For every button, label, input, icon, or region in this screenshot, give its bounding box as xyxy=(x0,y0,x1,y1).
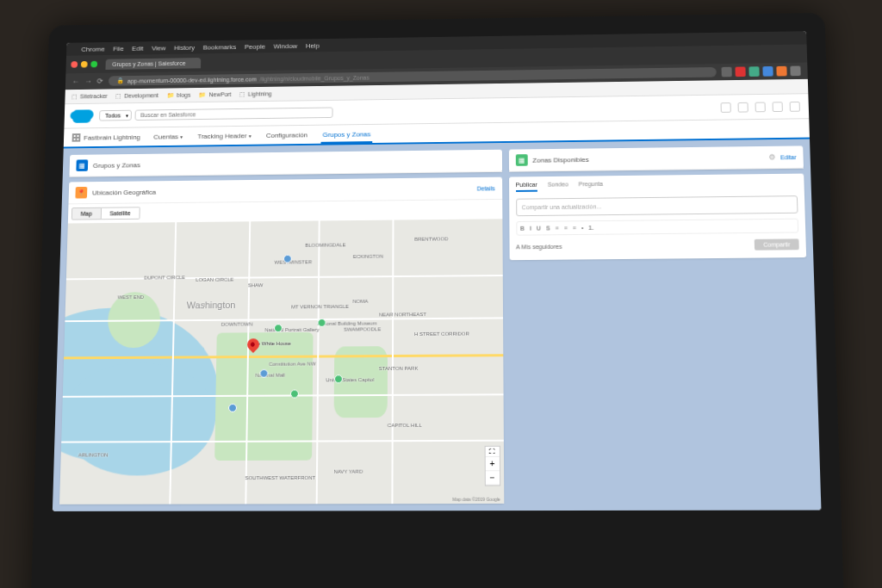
extension-icon[interactable] xyxy=(790,66,800,77)
fullscreen-button[interactable]: ⛶ xyxy=(485,447,499,457)
nav-tracking-header[interactable]: Tracking Header▾ xyxy=(196,128,252,143)
nav-configuracion[interactable]: Configuración xyxy=(264,127,309,142)
search-scope-select[interactable]: Todos xyxy=(99,110,132,121)
map-card-title: Ubicación Geográfica xyxy=(92,184,472,196)
align-button[interactable]: ≡ xyxy=(556,225,559,231)
extension-icon[interactable] xyxy=(722,67,732,77)
extension-icon[interactable] xyxy=(748,66,759,77)
window-minimize-button[interactable] xyxy=(81,61,88,68)
poi-icon[interactable] xyxy=(283,254,292,263)
menu-bookmarks[interactable]: Bookmarks xyxy=(203,43,237,51)
map-label: WESTMINSTER xyxy=(274,260,312,265)
bookmark-item[interactable]: 📁 blogs xyxy=(166,91,190,98)
reload-icon[interactable]: ⟳ xyxy=(96,77,103,85)
map-card: 📍Ubicación GeográficaDetails Map Satelli… xyxy=(59,177,504,504)
nav-grupos-y-zonas[interactable]: Grupos y Zonas xyxy=(321,127,373,143)
page-title: Grupos y Zonas xyxy=(93,157,495,169)
nav-cuentas[interactable]: Cuentas▾ xyxy=(152,129,184,144)
bookmark-item[interactable]: 📁 NewPort xyxy=(199,91,232,98)
url-path: /lightning/n/cloudmobile_Grupos_y_Zonas xyxy=(260,74,370,81)
bullet-button[interactable]: • xyxy=(581,225,584,231)
map-label: LOGAN CIRCLE xyxy=(196,277,233,282)
tab-pregunta[interactable]: Pregunta xyxy=(579,181,603,191)
menu-edit[interactable]: Edit xyxy=(132,45,143,53)
chatter-card: Publicar Sondeo Pregunta Compartir una a… xyxy=(509,174,807,261)
share-button[interactable]: Compartir xyxy=(755,238,799,250)
map-label: H STREET CORRIDOR xyxy=(414,331,469,337)
map-city-label: Washington xyxy=(187,300,236,310)
salesforce-logo-icon[interactable] xyxy=(72,109,91,122)
map-zoom-controls: ⛶ + − xyxy=(484,446,500,486)
bookmark-item[interactable]: ⬚ Sitetracker xyxy=(71,93,108,100)
menu-window[interactable]: Window xyxy=(274,42,298,50)
url-host: app-momentum-00000-dev-ed.lightning.forc… xyxy=(127,76,257,84)
extension-icon[interactable] xyxy=(735,66,745,77)
poi-icon[interactable] xyxy=(317,319,326,327)
map-poi-label: National Portrait Gallery xyxy=(264,327,319,332)
to-label: A xyxy=(516,244,519,250)
setup-icon[interactable] xyxy=(755,102,766,112)
menu-chrome[interactable]: Chrome xyxy=(81,45,104,53)
favorite-icon[interactable] xyxy=(721,102,731,113)
forward-icon[interactable]: → xyxy=(84,77,92,86)
map-label: ECKINGTON xyxy=(353,253,383,258)
map-tab-satellite[interactable]: Satellite xyxy=(101,207,140,220)
gear-icon[interactable]: ⚙ xyxy=(768,153,775,162)
map-label: ARLINGTON xyxy=(78,453,109,458)
help-icon[interactable] xyxy=(738,102,748,112)
search-input[interactable] xyxy=(134,107,332,120)
zoom-in-button[interactable]: + xyxy=(485,457,499,471)
app-launcher-icon[interactable] xyxy=(72,133,81,142)
strike-button[interactable]: S xyxy=(546,226,550,232)
avatar-icon[interactable] xyxy=(790,102,800,112)
edit-link[interactable]: Editar xyxy=(780,154,797,160)
rich-text-toolbar: B I U S ≡ ≡ ≡ • 1. xyxy=(516,219,798,236)
italic-button[interactable]: I xyxy=(530,226,531,232)
menu-file[interactable]: File xyxy=(113,45,124,53)
bookmark-item[interactable]: ⬚ Development xyxy=(115,92,158,99)
notifications-icon[interactable] xyxy=(773,102,783,112)
tab-title: Grupos y Zonas | Salesforce xyxy=(112,60,185,67)
map-label: DUPONT CIRCLE xyxy=(144,275,185,280)
menu-view[interactable]: View xyxy=(152,44,166,52)
back-icon[interactable]: ← xyxy=(72,77,80,86)
align-button[interactable]: ≡ xyxy=(573,225,576,231)
zones-icon: ▦ xyxy=(515,154,527,166)
number-button[interactable]: 1. xyxy=(588,225,593,231)
menu-history[interactable]: History xyxy=(174,44,195,52)
map-label: NOMA xyxy=(352,299,368,304)
map-label: NAVY YARD xyxy=(333,469,363,474)
tab-publicar[interactable]: Publicar xyxy=(516,182,537,192)
menu-people[interactable]: People xyxy=(245,42,265,50)
bookmark-item[interactable]: ⬚ Lightning xyxy=(239,90,271,97)
extension-icon[interactable] xyxy=(762,66,773,77)
page-header-card: ▦Grupos y Zonas xyxy=(69,150,501,177)
window-close-button[interactable] xyxy=(71,61,78,68)
align-button[interactable]: ≡ xyxy=(564,225,568,231)
followers-link[interactable]: Mis seguidores xyxy=(521,244,562,250)
map-label: MT VERNON TRIANGLE xyxy=(291,304,349,309)
map-label: BRENTWOOD xyxy=(414,236,448,241)
extension-icons xyxy=(722,66,801,77)
zoom-out-button[interactable]: − xyxy=(485,471,499,485)
map-tab-map[interactable]: Map xyxy=(71,207,102,220)
bold-button[interactable]: B xyxy=(520,226,525,232)
location-icon: 📍 xyxy=(75,187,87,199)
map-label: BLOOMINGDALE xyxy=(305,243,345,248)
map-label: SOUTHWEST WATERFRONT xyxy=(245,475,315,480)
map-label: SHAW xyxy=(248,282,264,288)
browser-tab[interactable]: Grupos y Zonas | Salesforce xyxy=(105,58,200,70)
poi-icon[interactable] xyxy=(290,389,299,398)
map-attribution: Map data ©2019 Google xyxy=(452,497,500,502)
map-label: NEAR NORTHEAST xyxy=(379,312,426,317)
underline-button[interactable]: U xyxy=(537,226,541,232)
menu-help[interactable]: Help xyxy=(306,41,320,49)
tab-sondeo[interactable]: Sondeo xyxy=(548,182,568,192)
post-input[interactable]: Compartir una actualización... xyxy=(516,195,798,216)
window-maximize-button[interactable] xyxy=(90,61,97,68)
map-canvas[interactable]: Washington BLOOMINGDALE WESTMINSTER ECKI… xyxy=(59,219,504,504)
extension-icon[interactable] xyxy=(776,66,786,77)
map-label: CAPITOL HILL xyxy=(388,423,422,428)
zones-card: ▦Zonas Disponibles⚙Editar xyxy=(508,145,804,171)
details-link[interactable]: Details xyxy=(477,185,495,191)
